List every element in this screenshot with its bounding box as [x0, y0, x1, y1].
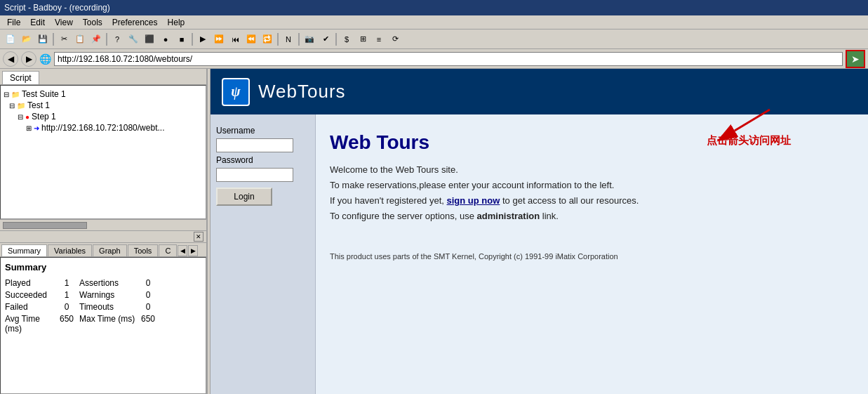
cut-btn[interactable]: ✂ [56, 32, 72, 47]
new-btn[interactable]: 📄 [3, 32, 18, 47]
tab-script[interactable]: Script [2, 71, 39, 84]
grid-btn[interactable]: ⊞ [355, 32, 370, 47]
go-button[interactable]: ➤ [846, 50, 865, 68]
step-label: Step 1 [32, 112, 56, 122]
dollar-btn[interactable]: $ [339, 32, 354, 47]
tab-summary[interactable]: Summary [1, 244, 47, 256]
folder-icon-2: 📁 [17, 102, 25, 110]
bottom-tabs: Summary Variables Graph Tools C ◀ ▶ [0, 243, 206, 257]
played-value: 1 [56, 278, 77, 288]
panel-separator: ✕ [0, 230, 206, 243]
menu-preferences[interactable]: Preferences [108, 17, 162, 28]
password-input[interactable] [216, 168, 293, 182]
url-input[interactable] [54, 52, 843, 66]
play-btn[interactable]: ▶ [195, 32, 211, 47]
warnings-label: Warnings [79, 290, 135, 300]
n-btn[interactable]: N [281, 32, 296, 47]
refresh-btn[interactable]: ⟳ [387, 32, 403, 47]
script-tabs: Script [0, 69, 206, 85]
succeeded-label: Succeeded [5, 290, 54, 300]
toolbar: 📄 📂 💾 ✂ 📋 📌 ? 🔧 ⬛ ● ■ ▶ ⏩ ⏮ ⏪ 🔁 N 📷 ✔ $ … [0, 29, 868, 49]
back-nav-btn[interactable]: ◀ [3, 51, 18, 67]
tree-item-test[interactable]: ⊟ 📁 Test 1 [4, 100, 203, 111]
tours-line3: If you haven't registered yet, sign up n… [330, 193, 854, 209]
url-icon: 🌐 [39, 53, 51, 65]
title-bar: Script - Badboy - (recording) [0, 0, 868, 15]
login-form: Username Password Login [216, 126, 309, 206]
script-tree[interactable]: ⊟ 📁 Test Suite 1 ⊟ 📁 Test 1 ⊟ ● Step 1 ⊞… [0, 85, 206, 219]
username-input[interactable] [216, 138, 293, 152]
menu-bar: File Edit View Tools Preferences Help [0, 15, 868, 29]
open-btn[interactable]: 📂 [19, 32, 34, 47]
back-btn[interactable]: ⏪ [243, 32, 259, 47]
maxtime-label: Max Time (ms) [79, 314, 135, 334]
menu-view[interactable]: View [51, 17, 77, 28]
menu-help[interactable]: Help [163, 17, 189, 28]
loop-btn[interactable]: 🔁 [260, 32, 275, 47]
tours-text: Welcome to the Web Tours site. To make r… [330, 162, 854, 224]
avgtime-label: Avg Time (ms) [5, 314, 54, 334]
suite-label: Test Suite 1 [22, 89, 66, 99]
username-label: Username [216, 126, 309, 136]
btn4[interactable]: ■ [174, 32, 189, 47]
sep6 [335, 33, 337, 46]
sep4 [277, 33, 279, 46]
signup-link[interactable]: sign up now [447, 195, 500, 206]
save-btn[interactable]: 💾 [35, 32, 51, 47]
forward-nav-btn[interactable]: ▶ [21, 51, 36, 67]
succeeded-value: 1 [56, 290, 77, 300]
webtours-content: Username Password Login Web Tours Welcom… [211, 114, 868, 394]
expand-icon-2: ⊟ [9, 102, 15, 110]
chk-btn[interactable]: ✔ [318, 32, 333, 47]
admin-link[interactable]: administration [477, 211, 540, 221]
tab-tools[interactable]: Tools [128, 244, 159, 256]
list-btn[interactable]: ≡ [371, 32, 387, 47]
skip-back[interactable]: ⏮ [227, 32, 243, 47]
h-scrollbar[interactable] [3, 222, 87, 229]
tours-line2: To make reservations,please enter your a… [330, 178, 854, 193]
played-label: Played [5, 278, 54, 288]
tours-heading: Web Tours [330, 131, 854, 154]
sep5 [298, 33, 300, 46]
menu-edit[interactable]: Edit [26, 17, 49, 28]
help-btn[interactable]: ? [109, 32, 125, 47]
assertions-value: 0 [138, 278, 159, 288]
timeouts-value: 0 [138, 302, 159, 312]
sep2 [106, 33, 107, 46]
step-icon: ● [25, 113, 29, 121]
expand-icon-4: ⊞ [26, 124, 32, 132]
tab-prev-btn[interactable]: ◀ [178, 245, 187, 256]
assertions-label: Assertions [79, 278, 135, 288]
tree-item-suite[interactable]: ⊟ 📁 Test Suite 1 [4, 88, 203, 100]
tab-variables[interactable]: Variables [48, 244, 92, 256]
tab-c[interactable]: C [159, 244, 177, 256]
close-btn-small[interactable]: ✕ [194, 232, 203, 242]
paste-btn[interactable]: 📌 [88, 32, 104, 47]
tree-item-link[interactable]: ⊞ ➜ http://192.168.10.72:1080/webt... [4, 122, 203, 133]
summary-grid: Played 1 Assertions 0 Succeeded 1 Warnin… [5, 278, 201, 334]
tours-footer: This product uses parts of the SMT Kerne… [330, 252, 854, 261]
line3-post: to get access to all our resources. [500, 195, 639, 206]
menu-tools[interactable]: Tools [79, 17, 107, 28]
tree-item-step[interactable]: ⊟ ● Step 1 [4, 111, 203, 122]
folder-icon: 📁 [11, 91, 20, 98]
login-button[interactable]: Login [216, 188, 272, 206]
webtours-sidebar: Username Password Login [211, 114, 316, 394]
menu-file[interactable]: File [3, 17, 25, 28]
cam-btn[interactable]: 📷 [302, 32, 317, 47]
link-label: http://192.168.10.72:1080/webt... [41, 123, 164, 133]
webtours-header: ψ WebTours [211, 69, 868, 114]
webtours-title: WebTours [258, 81, 346, 103]
right-panel: ψ WebTours 点击箭头访问网址 Username [211, 69, 868, 394]
link-icon: ➜ [34, 124, 39, 132]
fast-fwd[interactable]: ⏩ [211, 32, 227, 47]
main-layout: Script ⊟ 📁 Test Suite 1 ⊟ 📁 Test 1 ⊟ ● S… [0, 69, 868, 394]
failed-label: Failed [5, 302, 54, 312]
btn1[interactable]: 🔧 [126, 32, 141, 47]
btn3[interactable]: ● [158, 32, 173, 47]
btn2[interactable]: ⬛ [142, 32, 157, 47]
summary-panel: Summary Played 1 Assertions 0 Succeeded … [0, 257, 206, 394]
copy-btn[interactable]: 📋 [72, 32, 88, 47]
tab-next-btn[interactable]: ▶ [188, 245, 198, 256]
tab-graph[interactable]: Graph [93, 244, 127, 256]
